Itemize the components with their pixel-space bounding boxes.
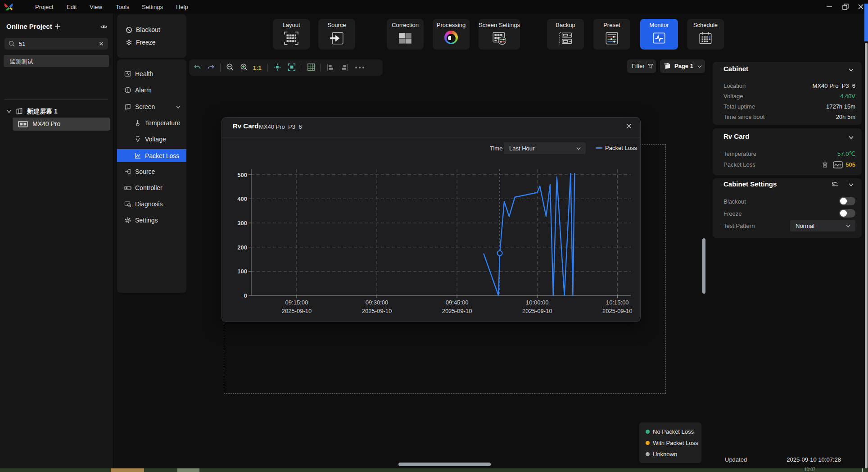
blackout-quick-label[interactable]: Blackout	[136, 26, 160, 33]
search-result-item[interactable]: 监测测试	[4, 55, 109, 67]
dialog-title: Rv Card	[233, 122, 259, 130]
ribbon-label: Backup	[547, 22, 584, 28]
blackout-icon[interactable]	[125, 26, 133, 34]
menu-settings[interactable]: Settings	[142, 4, 163, 10]
ribbon-label: Correction	[387, 22, 424, 28]
nav-label: Diagnosis	[135, 200, 163, 208]
ribbon-correction-button[interactable]: Correction	[387, 19, 424, 50]
source-ribbon-icon	[329, 31, 345, 46]
screen-settings-icon	[491, 31, 507, 46]
nav-label: Temperature	[145, 119, 181, 127]
search-value: 51	[19, 41, 25, 47]
nav-item-settings[interactable]: Settings	[117, 214, 186, 227]
desktop-taskbar-sliver: 10:07	[0, 468, 868, 472]
search-input[interactable]: 51	[5, 38, 108, 50]
chevron-down-icon[interactable]	[848, 135, 854, 140]
toggle-knob	[840, 210, 847, 217]
ribbon-monitor-button-active[interactable]: Monitor	[640, 19, 678, 50]
toolbar-separator	[301, 64, 301, 72]
nav-label: Controller	[135, 184, 163, 191]
tree-screen-group[interactable]: 新建屏幕 1	[0, 105, 113, 118]
rv-card-dialog: Rv Card MX40 Pro_P3_6 Time Last Hour Pac…	[222, 117, 641, 322]
nav-item-health[interactable]: Health	[117, 68, 186, 80]
time-range-select[interactable]: Last Hour	[504, 142, 586, 154]
chevron-down-icon[interactable]	[176, 105, 181, 109]
no-packet-loss-dot	[646, 430, 650, 434]
dialog-close-icon[interactable]	[625, 123, 633, 130]
nav-item-screen[interactable]: Screen	[117, 100, 186, 113]
fit-selection-icon[interactable]	[288, 63, 296, 71]
zoom-ratio-button[interactable]: 1:1	[253, 64, 262, 71]
blackout-toggle-off[interactable]	[839, 197, 855, 205]
freeze-quick-label[interactable]: Freeze	[136, 39, 156, 46]
page-selector[interactable]: Page 1	[660, 59, 705, 73]
row-value: 1727h 15m	[765, 103, 855, 110]
ribbon-backup-button[interactable]: Backup	[547, 19, 584, 50]
freeze-toggle-off[interactable]	[839, 209, 855, 218]
search-result-label: 监测测试	[10, 58, 33, 66]
align-left-icon[interactable]	[327, 64, 335, 71]
chevron-down-icon[interactable]	[6, 109, 12, 113]
align-right-icon[interactable]	[340, 64, 348, 71]
cabinet-icon	[18, 121, 28, 127]
cabinet-title: Cabinet	[723, 65, 748, 73]
right-panel-scrollbar[interactable]	[865, 43, 868, 468]
undo-icon[interactable]	[193, 64, 202, 72]
ribbon-processing-button[interactable]: Processing	[433, 19, 470, 50]
redo-icon[interactable]	[207, 64, 216, 72]
menu-help[interactable]: Help	[176, 4, 188, 10]
nav-item-diagnosis[interactable]: Diagnosis	[117, 198, 186, 210]
processing-wheel-dot	[448, 36, 451, 40]
ribbon-label: Screen Settings	[479, 22, 520, 28]
nav-item-packet-loss-selected[interactable]: Packet Loss	[117, 149, 186, 162]
taskbar-divider	[862, 468, 863, 472]
thermometer-icon	[134, 119, 141, 127]
window-minimize-button[interactable]	[825, 2, 834, 11]
window-restore-button[interactable]	[841, 2, 850, 11]
zoom-out-icon[interactable]	[226, 63, 234, 71]
ellipsis-icon[interactable]	[355, 66, 365, 69]
canvas-horizontal-scrollbar[interactable]	[398, 463, 491, 466]
nav-item-source[interactable]: Source	[117, 165, 186, 178]
ribbon-schedule-button[interactable]: Schedule	[687, 19, 724, 50]
project-sidebar: Online Project 51 监测测试 新建屏幕 1 MX40 Pro	[0, 14, 114, 468]
tree-device-item-selected[interactable]: MX40 Pro	[13, 118, 110, 131]
svg-text:300: 300	[237, 220, 247, 227]
nav-item-voltage[interactable]: Voltage	[117, 133, 186, 145]
time-range-value: Last Hour	[509, 145, 576, 152]
row-value: 505	[810, 161, 855, 168]
svg-text:2025-09-10: 2025-09-10	[282, 308, 312, 314]
ribbon-label: Preset	[593, 22, 630, 28]
fit-center-icon[interactable]	[273, 63, 281, 71]
ribbon-source-button[interactable]: Source	[318, 19, 355, 50]
window-close-button[interactable]	[856, 2, 865, 11]
ribbon-preset-button[interactable]: Preset	[593, 19, 630, 50]
test-pattern-select[interactable]: Normal	[790, 220, 855, 231]
menu-edit[interactable]: Edit	[67, 4, 77, 10]
menu-tools[interactable]: Tools	[116, 4, 129, 10]
ribbon-layout-button[interactable]: Layout	[273, 19, 310, 50]
menu-project[interactable]: Project	[35, 4, 53, 10]
row-value: 57.0℃	[765, 150, 855, 157]
nav-item-temperature[interactable]: Temperature	[117, 117, 186, 129]
eye-icon[interactable]	[100, 23, 108, 30]
menu-view[interactable]: View	[90, 4, 102, 10]
freeze-icon[interactable]	[125, 39, 133, 46]
gear-icon	[124, 217, 131, 224]
zoom-in-icon[interactable]	[240, 63, 248, 71]
ribbon-screen-settings-button[interactable]: Screen Settings	[479, 19, 520, 50]
filter-button[interactable]: Filter	[627, 59, 656, 73]
row-label: Time since boot	[723, 113, 764, 120]
canvas-vertical-scrollbar[interactable]	[702, 238, 705, 294]
chevron-down-icon	[697, 64, 702, 68]
chevron-down-icon[interactable]	[848, 68, 854, 72]
reset-undo-icon[interactable]	[831, 181, 840, 188]
nav-item-controller[interactable]: Controller	[117, 182, 186, 194]
svg-text:100: 100	[237, 268, 247, 275]
grid-icon[interactable]	[307, 63, 315, 71]
clear-search-icon[interactable]	[98, 41, 104, 47]
add-project-icon[interactable]	[54, 23, 61, 30]
legend-item-label: With Packet Loss	[653, 440, 698, 446]
chevron-down-icon[interactable]	[848, 182, 854, 187]
nav-item-alarm[interactable]: Alarm	[117, 84, 186, 96]
